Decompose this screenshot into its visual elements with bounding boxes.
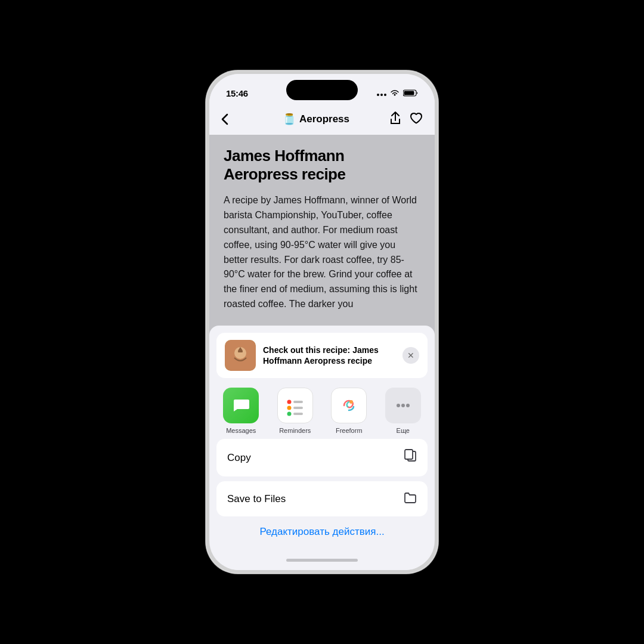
- home-bar: [286, 559, 358, 562]
- svg-rect-7: [238, 351, 243, 352]
- share-preview-icon: [225, 340, 256, 371]
- share-button[interactable]: [389, 111, 401, 128]
- reminders-label: Reminders: [279, 427, 311, 434]
- nav-actions: [389, 111, 423, 128]
- nav-title-text: Aeropress: [299, 113, 349, 125]
- reminders-icon: [277, 388, 313, 423]
- favorite-button[interactable]: [410, 112, 423, 127]
- dynamic-island: [286, 80, 358, 100]
- wifi-icon: [390, 89, 400, 97]
- messages-icon: [223, 388, 259, 423]
- status-bar: 15:46: [209, 74, 435, 104]
- home-indicator: [209, 550, 435, 570]
- more-app-button[interactable]: Еще: [376, 388, 431, 434]
- edit-actions-button[interactable]: Редактировать действия...: [209, 516, 435, 550]
- signal-icon: [377, 90, 386, 96]
- svg-rect-13: [293, 413, 303, 415]
- svg-rect-19: [405, 450, 413, 459]
- share-preview-title: Check out this recipe: James Hoffmann Ae…: [263, 345, 395, 366]
- share-sheet-overlay: Check out this recipe: James Hoffmann Ae…: [209, 135, 435, 550]
- freeform-app-button[interactable]: Freeform: [322, 388, 376, 434]
- aeropress-icon: 🫙: [283, 113, 296, 126]
- messages-label: Messages: [226, 427, 256, 434]
- freeform-label: Freeform: [336, 427, 363, 434]
- nav-title: 🫙 Aeropress: [283, 113, 349, 126]
- svg-point-15: [397, 404, 400, 407]
- share-preview: Check out this recipe: James Hoffmann Ae…: [216, 333, 428, 378]
- copy-button[interactable]: Copy: [216, 439, 428, 476]
- edit-actions-label: Редактировать действия...: [259, 526, 384, 537]
- freeform-icon: [331, 388, 367, 423]
- battery-icon: [403, 89, 418, 97]
- share-sheet: Check out this recipe: James Hoffmann Ae…: [209, 326, 435, 550]
- svg-rect-11: [293, 407, 303, 409]
- messages-app-button[interactable]: Messages: [214, 388, 268, 434]
- svg-point-10: [287, 406, 291, 410]
- back-button[interactable]: [221, 113, 243, 125]
- share-preview-text: Check out this recipe: James Hoffmann Ae…: [263, 345, 395, 366]
- save-to-files-icon: [404, 491, 417, 506]
- svg-point-17: [406, 404, 410, 407]
- svg-point-16: [401, 404, 405, 407]
- svg-rect-4: [404, 91, 414, 95]
- content-area: James Hoffmann Aeropress recipe A recipe…: [209, 135, 435, 550]
- save-to-files-label: Save to Files: [227, 493, 286, 505]
- nav-bar: 🫙 Aeropress: [209, 104, 435, 135]
- svg-point-14: [349, 400, 353, 404]
- phone-screen: 15:46: [209, 74, 435, 570]
- copy-label: Copy: [227, 452, 251, 464]
- svg-point-12: [287, 412, 291, 416]
- more-icon: [385, 388, 421, 423]
- more-label: Еще: [397, 427, 410, 434]
- app-icons-row: Messages: [209, 383, 435, 436]
- copy-icon: [404, 449, 417, 466]
- phone-frame: 15:46: [206, 70, 438, 574]
- svg-rect-9: [293, 401, 303, 403]
- reminders-app-button[interactable]: Reminders: [268, 388, 323, 434]
- svg-point-2: [384, 94, 386, 96]
- status-time: 15:46: [226, 88, 248, 98]
- svg-point-1: [380, 94, 383, 96]
- status-icons: [377, 89, 418, 97]
- action-buttons: Copy Save to Files: [216, 439, 428, 516]
- save-to-files-button[interactable]: Save to Files: [216, 481, 428, 516]
- share-preview-close[interactable]: ✕: [402, 347, 419, 364]
- app-preview-icon: [225, 340, 256, 371]
- svg-point-8: [287, 400, 291, 404]
- svg-point-0: [377, 94, 379, 96]
